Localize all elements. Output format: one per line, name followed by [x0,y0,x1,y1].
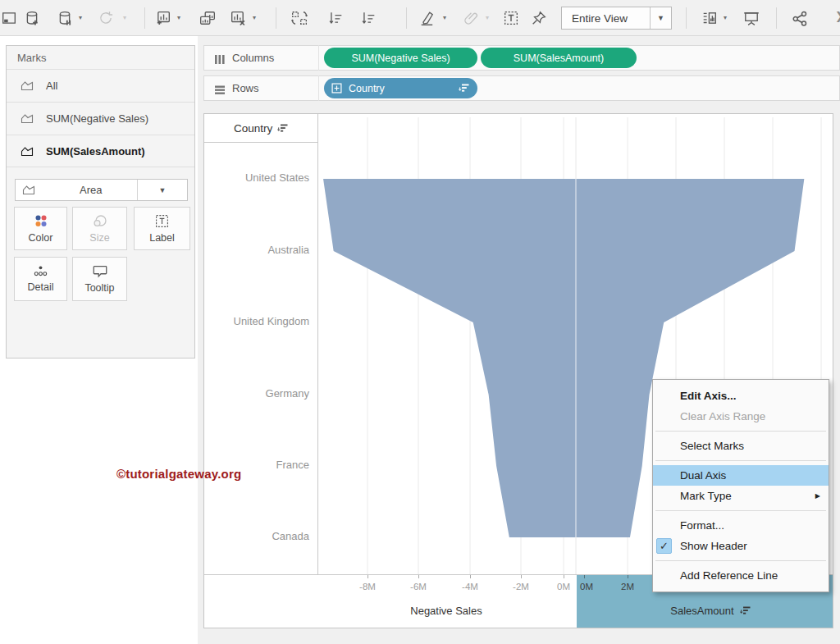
toolbar: ▾ ▾ ▾ ▾ ▾ ▾ Entire [0,0,840,36]
marks-row-all[interactable]: All [7,69,194,102]
rows-icon [214,84,226,94]
size-circles-icon [92,214,108,228]
group-caret-icon[interactable]: ▾ [486,14,489,21]
mark-type-dropdown[interactable]: Area ▼ [15,179,188,201]
toolbar-separator [776,7,777,29]
rows-shelf[interactable]: Rows Country [203,75,840,101]
presentation-mode-icon[interactable] [743,11,758,25]
tooltip-button[interactable]: Tooltip [72,257,127,301]
area-mark-icon [21,80,34,92]
show-mark-labels-icon[interactable] [504,11,518,25]
toolbar-separator [144,7,145,29]
menu-item-label: Show Header [680,540,747,552]
tick [564,575,564,578]
pill-label: SUM(SalesAmount) [514,53,604,64]
toolbar-separator [406,7,407,29]
category-label[interactable]: Germany [204,387,309,402]
menu-item-select-marks[interactable]: Select Marks [653,436,829,456]
watermark: ©tutorialgateway.org [116,467,241,481]
sort-descending-icon[interactable] [277,124,288,133]
share-workbook-icon[interactable] [792,11,806,25]
label-button[interactable]: Label [134,207,190,250]
tableau-window: ▾ ▾ ▾ ▾ ▾ ▾ Entire [0,0,840,644]
category-label[interactable]: United States [204,171,309,186]
fix-axes-icon[interactable] [532,11,546,25]
shelf-divider [318,75,319,101]
refresh-caret-icon[interactable]: ▾ [123,14,126,21]
tick [418,575,419,578]
duplicate-sheet-icon[interactable] [199,11,214,25]
sort-descending-icon[interactable] [740,606,751,615]
rows-shelf-label: Rows [232,82,318,94]
group-members-icon[interactable] [464,11,479,25]
menu-separator [655,510,826,511]
menu-item-edit-axis[interactable]: Edit Axis... [653,386,829,406]
show-hide-cards-icon[interactable] [702,11,717,25]
menu-separator [655,431,826,432]
menu-separator [655,460,826,461]
check-icon: ✓ [656,538,672,554]
clear-sheet-icon[interactable] [231,11,245,25]
columns-shelf[interactable]: Columns SUM(Negative Sales) SUM(SalesAmo… [203,45,840,71]
pill-sum-negative-sales[interactable]: SUM(Negative Sales) [324,48,477,68]
pause-updates-caret-icon[interactable]: ▾ [79,14,82,21]
marks-row-label: All [46,80,57,92]
new-worksheet-caret-icon[interactable]: ▾ [177,14,180,21]
right-axis-title[interactable]: SalesAmount [628,605,792,617]
show-hide-cards-caret-icon[interactable]: ▾ [724,14,727,21]
sort-ascending-icon[interactable] [328,11,343,25]
menu-item-show-header[interactable]: ✓ Show Header [653,536,829,556]
marks-row-label: SUM(Negative Sales) [46,112,148,125]
pill-sum-salesamount[interactable]: SUM(SalesAmount) [481,48,637,68]
category-label[interactable]: United Kingdom [204,315,309,330]
pill-country[interactable]: Country [324,78,477,98]
toolbar-separator [276,7,276,29]
size-button[interactable]: Size [72,207,127,250]
tick [470,575,471,578]
sort-descending-icon[interactable] [361,11,376,25]
menu-item-label: Mark Type [680,490,732,502]
marks-card-title: Marks [17,52,46,64]
tick-label: 0M [568,582,605,591]
overflow-chevron-icon[interactable]: ❯ [835,10,840,25]
sort-descending-icon[interactable] [459,84,469,93]
clear-sheet-caret-icon[interactable]: ▾ [253,14,256,21]
color-button[interactable]: Color [14,207,67,250]
tooltip-button-label: Tooltip [84,282,114,294]
color-button-label: Color [29,232,53,244]
tick-label: -2M [503,582,539,591]
menu-item-add-reference-line[interactable]: Add Reference Line [653,565,829,586]
status-strip [198,628,840,644]
color-dots-icon [34,214,48,228]
fit-selector-caret-icon[interactable]: ▼ [650,7,671,29]
menu-item-mark-type[interactable]: Mark Type ▶ [653,486,829,506]
refresh-data-icon[interactable] [98,11,113,25]
category-label[interactable]: Australia [204,244,309,258]
row-header[interactable]: Country [234,122,288,135]
left-axis-title[interactable]: Negative Sales [348,605,545,617]
marks-row-negative-sales[interactable]: SUM(Negative Sales) [7,102,194,135]
highlight-caret-icon[interactable]: ▾ [443,14,446,21]
tick [368,575,368,578]
marks-row-salesamount[interactable]: SUM(SalesAmount) [7,135,194,167]
highlight-icon[interactable] [420,11,435,25]
detail-button[interactable]: Detail [14,257,67,301]
menu-item-format[interactable]: Format... [653,515,829,536]
expand-hierarchy-icon[interactable] [331,83,342,94]
fit-selector[interactable]: Entire View ▼ [561,7,672,30]
tableau-start-icon[interactable] [2,11,16,25]
tick-label: 2M [609,582,646,591]
marks-card: Marks All SUM(Negative Sales) SUM(SalesA… [6,45,195,359]
new-worksheet-icon[interactable] [156,11,171,25]
columns-shelf-label: Columns [232,52,318,64]
menu-item-dual-axis[interactable]: Dual Axis [653,465,829,486]
swap-rows-columns-icon[interactable] [291,11,306,25]
submenu-arrow-icon: ▶ [815,486,820,506]
new-data-source-icon[interactable] [25,11,39,25]
pause-auto-updates-icon[interactable] [57,11,72,25]
header-underline [204,142,317,143]
category-label[interactable]: Canada [204,530,309,545]
marks-row-label: SUM(SalesAmount) [46,145,145,158]
area-mark-icon [22,184,71,196]
text-label-icon [155,214,169,228]
